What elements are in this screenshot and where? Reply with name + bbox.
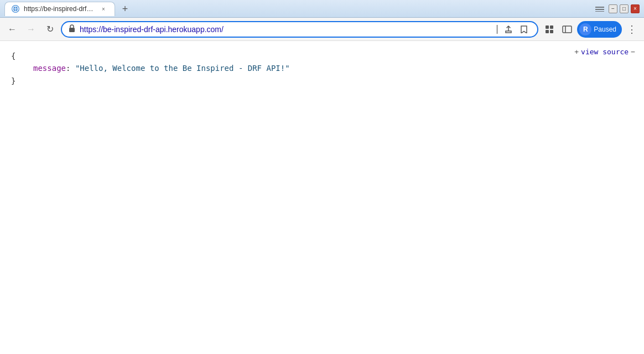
sidebar-button[interactable] <box>559 22 575 37</box>
json-content: { message: "Hello, Welcome to the Be Ins… <box>11 50 633 87</box>
toolbar-right: R Paused ⋮ <box>542 21 640 38</box>
json-close-brace: } <box>11 75 633 87</box>
svg-rect-8 <box>550 25 553 29</box>
active-tab[interactable]: https://be-inspired-drf-api.herok × <box>4 2 115 16</box>
extensions-button[interactable] <box>542 22 557 37</box>
maximize-button[interactable]: □ <box>620 4 629 13</box>
bookmark-button[interactable] <box>517 23 531 36</box>
overflow-button[interactable] <box>593 2 606 16</box>
profile-status: Paused <box>594 25 616 33</box>
lock-icon <box>69 24 75 34</box>
profile-button[interactable]: R Paused <box>577 21 622 38</box>
view-source-link[interactable]: view source <box>581 48 629 56</box>
json-open-brace: { <box>11 50 633 62</box>
svg-rect-6 <box>69 28 75 32</box>
new-tab-button[interactable]: + <box>118 3 132 16</box>
view-source-plus: + <box>574 48 579 56</box>
tab-favicon <box>12 5 19 13</box>
close-button[interactable]: × <box>631 4 640 13</box>
view-source-bar: + view source − <box>574 48 635 56</box>
view-source-dash: − <box>631 48 635 56</box>
json-key: message <box>33 64 66 73</box>
share-button[interactable] <box>502 23 515 36</box>
json-value: "Hello, Welcome to the Be Inspired - DRF… <box>75 64 290 73</box>
svg-rect-9 <box>546 30 549 33</box>
svg-rect-7 <box>546 25 549 29</box>
svg-rect-11 <box>563 26 572 33</box>
chrome-menu-button[interactable]: ⋮ <box>624 22 640 37</box>
back-button[interactable]: ← <box>4 22 20 37</box>
json-colon: : <box>66 64 75 73</box>
address-bar[interactable]: https://be-inspired-drf-api.herokuapp.co… <box>61 21 538 38</box>
url-display[interactable]: https://be-inspired-drf-api.herokuapp.co… <box>80 25 492 34</box>
minimize-button[interactable]: − <box>609 4 617 13</box>
profile-avatar: R <box>579 23 591 35</box>
content-area: + view source − { message: "Hello, Welco… <box>0 41 644 354</box>
title-bar: https://be-inspired-drf-api.herok × + − … <box>0 0 644 18</box>
address-actions <box>502 23 531 36</box>
tab-title: https://be-inspired-drf-api.herok <box>24 5 95 13</box>
nav-bar: ← → ↻ https://be-inspired-drf-api.heroku… <box>0 18 644 41</box>
reload-button[interactable]: ↻ <box>42 22 58 37</box>
tab-close-button[interactable]: × <box>99 4 108 13</box>
forward-button[interactable]: → <box>23 22 39 37</box>
text-cursor <box>497 25 497 34</box>
title-bar-right: − □ × <box>593 2 640 16</box>
svg-rect-10 <box>550 30 553 33</box>
tab-bar: https://be-inspired-drf-api.herok × + <box>4 2 132 16</box>
title-bar-left: https://be-inspired-drf-api.herok × + <box>4 2 132 16</box>
json-key-value-pair: message: "Hello, Welcome to the Be Inspi… <box>33 62 633 74</box>
